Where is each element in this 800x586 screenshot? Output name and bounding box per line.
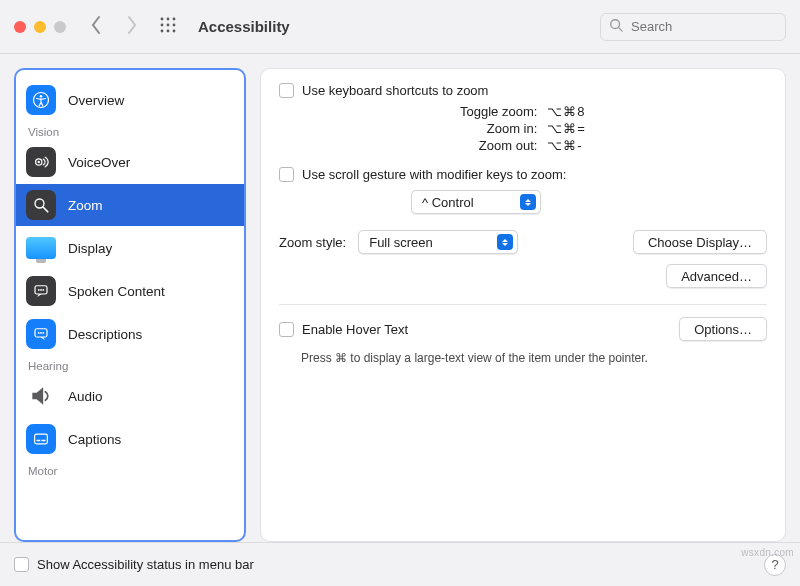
advanced-button[interactable]: Advanced… <box>666 264 767 288</box>
sidebar-item-label: Audio <box>68 389 103 404</box>
close-window-button[interactable] <box>14 21 26 33</box>
sidebar-item-zoom[interactable]: Zoom <box>16 184 244 226</box>
titlebar: Accessibility <box>0 0 800 54</box>
sidebar-item-spoken-content[interactable]: Spoken Content <box>16 270 244 312</box>
spoken-content-icon <box>26 276 56 306</box>
sidebar-category-vision: Vision <box>16 122 244 140</box>
sidebar-item-label: Descriptions <box>68 327 142 342</box>
sidebar-item-label: Overview <box>68 93 124 108</box>
use-scroll-gesture-label: Use scroll gesture with modifier keys to… <box>302 167 566 182</box>
zoom-out-label: Zoom out: <box>460 138 537 153</box>
svg-line-10 <box>619 28 623 32</box>
zoom-settings-panel: Use keyboard shortcuts to zoom Toggle zo… <box>260 68 786 542</box>
sidebar-category-motor: Motor <box>16 461 244 479</box>
modifier-key-value: ^ Control <box>422 195 474 210</box>
sidebar-item-label: Spoken Content <box>68 284 165 299</box>
sidebar-item-label: Captions <box>68 432 121 447</box>
descriptions-icon <box>26 319 56 349</box>
display-icon <box>26 237 56 259</box>
svg-point-6 <box>161 30 164 33</box>
svg-rect-27 <box>41 440 45 442</box>
sidebar-item-label: Display <box>68 241 112 256</box>
show-accessibility-status-checkbox[interactable] <box>14 557 29 572</box>
zoom-style-value: Full screen <box>369 235 433 250</box>
sidebar-item-label: VoiceOver <box>68 155 130 170</box>
watermark: wsxdn.com <box>741 547 794 558</box>
show-accessibility-status-row[interactable]: Show Accessibility status in menu bar <box>14 557 254 572</box>
hover-text-hint: Press ⌘ to display a large-text view of … <box>301 351 767 365</box>
svg-point-18 <box>38 289 40 291</box>
svg-point-8 <box>173 30 176 33</box>
sidebar-item-audio[interactable]: Audio <box>16 375 244 417</box>
window-controls <box>14 21 66 33</box>
maximize-window-button[interactable] <box>54 21 66 33</box>
sidebar-item-overview[interactable]: Overview <box>16 79 244 121</box>
svg-point-0 <box>161 18 164 21</box>
svg-point-23 <box>40 332 42 334</box>
sidebar-category-hearing: Hearing <box>16 356 244 374</box>
zoom-style-label: Zoom style: <box>279 235 346 250</box>
sidebar-item-display[interactable]: Display <box>16 227 244 269</box>
svg-rect-25 <box>35 434 48 444</box>
navigation-buttons <box>88 15 140 38</box>
svg-point-12 <box>40 95 43 98</box>
svg-point-14 <box>38 161 40 163</box>
svg-point-4 <box>167 24 170 27</box>
zoom-in-label: Zoom in: <box>460 121 537 136</box>
toggle-zoom-label: Toggle zoom: <box>460 104 537 119</box>
sidebar-item-voiceover[interactable]: VoiceOver <box>16 141 244 183</box>
zoom-icon <box>26 190 56 220</box>
svg-point-22 <box>38 332 40 334</box>
use-keyboard-shortcuts-row[interactable]: Use keyboard shortcuts to zoom <box>279 83 767 98</box>
captions-icon <box>26 424 56 454</box>
audio-icon <box>26 381 56 411</box>
svg-point-7 <box>167 30 170 33</box>
zoom-out-shortcut: ⌥⌘- <box>547 138 586 153</box>
enable-hover-text-checkbox[interactable] <box>279 322 294 337</box>
sidebar: Overview Vision VoiceOver Zoom Display S… <box>14 68 246 542</box>
use-scroll-gesture-checkbox[interactable] <box>279 167 294 182</box>
enable-hover-text-row[interactable]: Enable Hover Text <box>279 322 408 337</box>
svg-point-20 <box>42 289 44 291</box>
minimize-window-button[interactable] <box>34 21 46 33</box>
show-all-prefs-button[interactable] <box>160 17 176 36</box>
hover-text-options-button[interactable]: Options… <box>679 317 767 341</box>
window-title: Accessibility <box>198 18 290 35</box>
choose-display-button[interactable]: Choose Display… <box>633 230 767 254</box>
search-field[interactable] <box>600 13 786 41</box>
forward-button[interactable] <box>124 15 140 38</box>
zoom-style-select[interactable]: Full screen <box>358 230 518 254</box>
svg-point-2 <box>173 18 176 21</box>
search-icon <box>609 18 629 35</box>
chevrons-icon <box>520 194 536 210</box>
accessibility-icon <box>26 85 56 115</box>
search-input[interactable] <box>629 18 777 35</box>
svg-point-1 <box>167 18 170 21</box>
sidebar-item-label: Zoom <box>68 198 103 213</box>
toggle-zoom-shortcut: ⌥⌘8 <box>547 104 586 119</box>
svg-point-19 <box>40 289 42 291</box>
svg-point-24 <box>42 332 44 334</box>
use-scroll-gesture-row[interactable]: Use scroll gesture with modifier keys to… <box>279 167 767 182</box>
svg-rect-26 <box>37 440 41 442</box>
enable-hover-text-label: Enable Hover Text <box>302 322 408 337</box>
use-keyboard-shortcuts-checkbox[interactable] <box>279 83 294 98</box>
sidebar-item-descriptions[interactable]: Descriptions <box>16 313 244 355</box>
show-accessibility-status-label: Show Accessibility status in menu bar <box>37 557 254 572</box>
zoom-in-shortcut: ⌥⌘= <box>547 121 586 136</box>
svg-point-5 <box>173 24 176 27</box>
svg-line-16 <box>43 207 48 212</box>
back-button[interactable] <box>88 15 104 38</box>
separator <box>279 304 767 305</box>
footer-bar: Show Accessibility status in menu bar ? <box>0 542 800 586</box>
svg-point-3 <box>161 24 164 27</box>
voiceover-icon <box>26 147 56 177</box>
chevrons-icon <box>497 234 513 250</box>
use-keyboard-shortcuts-label: Use keyboard shortcuts to zoom <box>302 83 488 98</box>
keyboard-shortcuts-list: Toggle zoom: ⌥⌘8 Zoom in: ⌥⌘= Zoom out: … <box>279 104 767 153</box>
svg-point-15 <box>35 199 44 208</box>
modifier-key-select[interactable]: ^ Control <box>411 190 541 214</box>
sidebar-item-captions[interactable]: Captions <box>16 418 244 460</box>
